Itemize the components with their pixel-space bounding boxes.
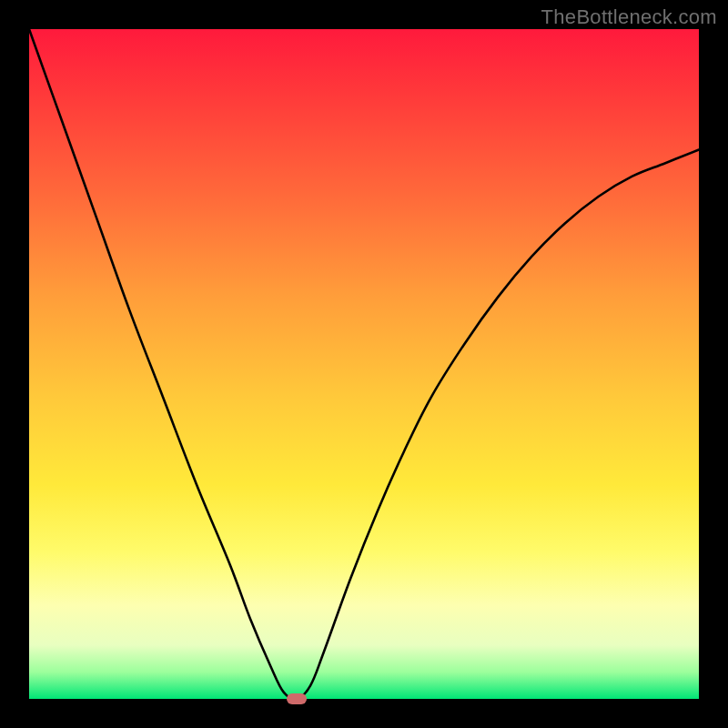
plot-area bbox=[29, 29, 699, 699]
watermark-text: TheBottleneck.com bbox=[541, 5, 717, 29]
chart-frame: TheBottleneck.com bbox=[0, 0, 728, 728]
optimal-marker bbox=[287, 693, 307, 704]
bottleneck-curve bbox=[29, 29, 699, 699]
